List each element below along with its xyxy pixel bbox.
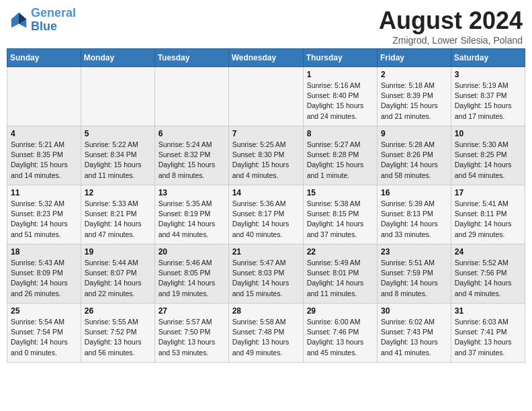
calendar-cell: 24Sunrise: 5:52 AM Sunset: 7:56 PM Dayli…: [451, 244, 525, 304]
day-detail: Sunrise: 5:19 AM Sunset: 8:37 PM Dayligh…: [455, 81, 521, 122]
day-number: 15: [307, 188, 373, 197]
calendar-cell: 12Sunrise: 5:33 AM Sunset: 8:21 PM Dayli…: [81, 185, 154, 244]
day-number: 4: [11, 129, 77, 138]
calendar-cell: [81, 67, 154, 126]
day-number: 25: [11, 306, 77, 316]
calendar-header: Sunday Monday Tuesday Wednesday Thursday…: [7, 49, 525, 67]
day-detail: Sunrise: 5:35 AM Sunset: 8:19 PM Dayligh…: [159, 199, 225, 240]
calendar-week-1: 1Sunrise: 5:16 AM Sunset: 8:40 PM Daylig…: [7, 67, 525, 126]
day-number: 9: [381, 129, 447, 138]
day-detail: Sunrise: 5:39 AM Sunset: 8:13 PM Dayligh…: [381, 199, 447, 240]
day-number: 28: [232, 306, 300, 316]
day-number: 12: [85, 188, 151, 197]
col-monday: Monday: [81, 49, 154, 67]
calendar-cell: 2Sunrise: 5:18 AM Sunset: 8:39 PM Daylig…: [378, 67, 451, 126]
day-detail: Sunrise: 5:46 AM Sunset: 8:05 PM Dayligh…: [159, 258, 225, 299]
day-number: 3: [455, 70, 521, 79]
logo-icon: [9, 11, 28, 30]
day-detail: Sunrise: 5:57 AM Sunset: 7:50 PM Dayligh…: [159, 317, 225, 358]
day-number: 18: [11, 247, 77, 257]
title-block: August 2024 Zmigrod, Lower Silesia, Pola…: [379, 7, 523, 46]
day-detail: Sunrise: 5:25 AM Sunset: 8:30 PM Dayligh…: [232, 140, 300, 181]
page-header: General Blue August 2024 Zmigrod, Lower …: [7, 7, 525, 46]
col-friday: Friday: [378, 49, 451, 67]
logo: General Blue: [9, 7, 76, 34]
calendar-cell: 25Sunrise: 5:54 AM Sunset: 7:54 PM Dayli…: [7, 304, 81, 363]
day-number: 11: [11, 188, 77, 197]
day-number: 27: [159, 306, 225, 316]
calendar-cell: 15Sunrise: 5:38 AM Sunset: 8:15 PM Dayli…: [303, 185, 377, 244]
day-number: 21: [232, 247, 300, 257]
calendar-cell: 4Sunrise: 5:21 AM Sunset: 8:35 PM Daylig…: [7, 126, 81, 185]
day-detail: Sunrise: 5:16 AM Sunset: 8:40 PM Dayligh…: [307, 81, 373, 122]
calendar-cell: 17Sunrise: 5:41 AM Sunset: 8:11 PM Dayli…: [451, 185, 525, 244]
calendar-cell: 8Sunrise: 5:27 AM Sunset: 8:28 PM Daylig…: [303, 126, 377, 185]
day-detail: Sunrise: 5:21 AM Sunset: 8:35 PM Dayligh…: [11, 140, 77, 181]
day-detail: Sunrise: 5:30 AM Sunset: 8:25 PM Dayligh…: [455, 140, 521, 181]
day-number: 10: [455, 129, 521, 138]
calendar-cell: 22Sunrise: 5:49 AM Sunset: 8:01 PM Dayli…: [303, 244, 377, 304]
day-detail: Sunrise: 5:18 AM Sunset: 8:39 PM Dayligh…: [381, 81, 447, 122]
day-number: 1: [307, 70, 373, 79]
day-detail: Sunrise: 5:54 AM Sunset: 7:54 PM Dayligh…: [11, 317, 77, 358]
day-detail: Sunrise: 5:24 AM Sunset: 8:32 PM Dayligh…: [159, 140, 225, 181]
calendar-cell: [154, 67, 228, 126]
calendar-cell: 13Sunrise: 5:35 AM Sunset: 8:19 PM Dayli…: [154, 185, 228, 244]
calendar-cell: 21Sunrise: 5:47 AM Sunset: 8:03 PM Dayli…: [228, 244, 303, 304]
day-detail: Sunrise: 5:36 AM Sunset: 8:17 PM Dayligh…: [232, 199, 300, 240]
day-detail: Sunrise: 5:51 AM Sunset: 7:59 PM Dayligh…: [381, 258, 447, 299]
day-number: 2: [381, 70, 447, 79]
col-saturday: Saturday: [451, 49, 525, 67]
day-number: 14: [232, 188, 300, 197]
calendar-cell: 28Sunrise: 5:58 AM Sunset: 7:48 PM Dayli…: [228, 304, 303, 363]
day-number: 29: [307, 306, 373, 316]
calendar-cell: 14Sunrise: 5:36 AM Sunset: 8:17 PM Dayli…: [228, 185, 303, 244]
col-sunday: Sunday: [7, 49, 81, 67]
day-detail: Sunrise: 5:44 AM Sunset: 8:07 PM Dayligh…: [85, 258, 151, 299]
calendar-cell: 9Sunrise: 5:28 AM Sunset: 8:26 PM Daylig…: [378, 126, 451, 185]
calendar-cell: [7, 67, 81, 126]
calendar-body: 1Sunrise: 5:16 AM Sunset: 8:40 PM Daylig…: [7, 67, 525, 363]
day-number: 16: [381, 188, 447, 197]
day-detail: Sunrise: 5:32 AM Sunset: 8:23 PM Dayligh…: [11, 199, 77, 240]
day-detail: Sunrise: 5:55 AM Sunset: 7:52 PM Dayligh…: [85, 317, 151, 358]
calendar-cell: 1Sunrise: 5:16 AM Sunset: 8:40 PM Daylig…: [303, 67, 377, 126]
calendar-cell: 31Sunrise: 6:03 AM Sunset: 7:41 PM Dayli…: [451, 304, 525, 363]
calendar-cell: 11Sunrise: 5:32 AM Sunset: 8:23 PM Dayli…: [7, 185, 81, 244]
day-number: 23: [381, 247, 447, 257]
day-number: 26: [85, 306, 151, 316]
calendar-week-2: 4Sunrise: 5:21 AM Sunset: 8:35 PM Daylig…: [7, 126, 525, 185]
day-number: 22: [307, 247, 373, 257]
calendar-week-3: 11Sunrise: 5:32 AM Sunset: 8:23 PM Dayli…: [7, 185, 525, 244]
day-detail: Sunrise: 6:00 AM Sunset: 7:46 PM Dayligh…: [307, 317, 373, 358]
day-number: 31: [455, 306, 521, 316]
day-detail: Sunrise: 5:28 AM Sunset: 8:26 PM Dayligh…: [381, 140, 447, 181]
calendar-table: Sunday Monday Tuesday Wednesday Thursday…: [7, 48, 525, 363]
calendar-cell: 20Sunrise: 5:46 AM Sunset: 8:05 PM Dayli…: [154, 244, 228, 304]
calendar-cell: 3Sunrise: 5:19 AM Sunset: 8:37 PM Daylig…: [451, 67, 525, 126]
day-detail: Sunrise: 5:43 AM Sunset: 8:09 PM Dayligh…: [11, 258, 77, 299]
calendar-cell: 18Sunrise: 5:43 AM Sunset: 8:09 PM Dayli…: [7, 244, 81, 304]
calendar-cell: 19Sunrise: 5:44 AM Sunset: 8:07 PM Dayli…: [81, 244, 154, 304]
calendar-cell: 10Sunrise: 5:30 AM Sunset: 8:25 PM Dayli…: [451, 126, 525, 185]
calendar-cell: 23Sunrise: 5:51 AM Sunset: 7:59 PM Dayli…: [378, 244, 451, 304]
month-title: August 2024: [379, 7, 523, 35]
header-row: Sunday Monday Tuesday Wednesday Thursday…: [7, 49, 525, 67]
day-number: 30: [381, 306, 447, 316]
day-number: 6: [159, 129, 225, 138]
day-number: 7: [232, 129, 300, 138]
day-detail: Sunrise: 5:33 AM Sunset: 8:21 PM Dayligh…: [85, 199, 151, 240]
day-number: 19: [85, 247, 151, 257]
calendar-cell: 5Sunrise: 5:22 AM Sunset: 8:34 PM Daylig…: [81, 126, 154, 185]
day-detail: Sunrise: 6:03 AM Sunset: 7:41 PM Dayligh…: [455, 317, 521, 358]
logo-line2: Blue: [31, 19, 57, 33]
calendar-cell: 27Sunrise: 5:57 AM Sunset: 7:50 PM Dayli…: [154, 304, 228, 363]
day-number: 13: [159, 188, 225, 197]
calendar-week-5: 25Sunrise: 5:54 AM Sunset: 7:54 PM Dayli…: [7, 304, 525, 363]
logo-line1: General: [31, 6, 76, 19]
calendar-cell: 29Sunrise: 6:00 AM Sunset: 7:46 PM Dayli…: [303, 304, 377, 363]
day-detail: Sunrise: 5:38 AM Sunset: 8:15 PM Dayligh…: [307, 199, 373, 240]
day-number: 24: [455, 247, 521, 257]
calendar-cell: 6Sunrise: 5:24 AM Sunset: 8:32 PM Daylig…: [154, 126, 228, 185]
day-detail: Sunrise: 5:52 AM Sunset: 7:56 PM Dayligh…: [455, 258, 521, 299]
